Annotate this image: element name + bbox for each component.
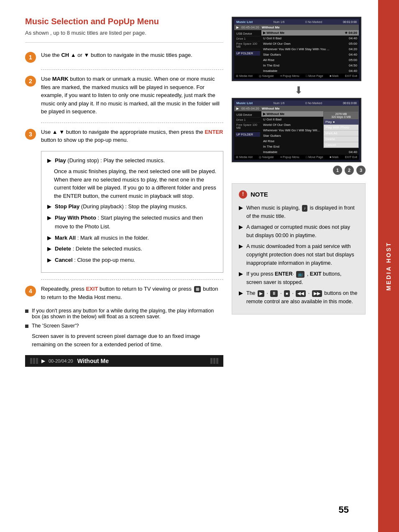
tv-screen-1: Music List Num 1/6 0 No Marked 00:01:0:0…: [232, 17, 361, 81]
arrow-icon-cancel: ▶: [47, 256, 51, 265]
btn-stop-icon: ■: [284, 290, 290, 297]
popup-playphoto-text: Play With Photo : Start playing the sele…: [55, 214, 217, 231]
btn-fwd-icon: ▶▶: [312, 290, 322, 297]
tv2-popup-playphoto: Play With Photo: [324, 125, 358, 130]
tv1-track6-time: 05:00: [349, 58, 357, 62]
tv1-track-5: Star Guitars 04:40: [261, 52, 359, 57]
tv1-track1-mark: ▶ Without Me: [263, 31, 284, 35]
popup-markall-item: ▶ Mark All : Mark all musics in the fold…: [47, 234, 217, 243]
tv1-content-area: USB Device Drive 1 Free Space 100 MB UP …: [234, 30, 359, 74]
tv1-track-2: U Got It Bad 04:40: [261, 36, 359, 41]
player-play-icon: ▶: [41, 358, 45, 364]
tv2-track1-title: ▶ Without Me: [263, 112, 284, 116]
note-text-buttons: The ▶ · ⏸ · ■ · ◀◀ · ▶▶ buttons on the r…: [246, 289, 358, 306]
arrow-icon-note1: ▶: [239, 204, 243, 212]
tv1-now-time: 00:45-04:20: [241, 26, 259, 29]
btn-play-icon: ▶: [258, 290, 264, 297]
tv1-track8-time: 04:40: [349, 69, 357, 73]
step-2: 2 Use MARK button to mark or unmark a mu…: [25, 75, 223, 116]
tv2-popup-title: 2076 MB320 kbps 0 MB: [324, 112, 358, 119]
tv1-track4-title: Wherever You Will Go I Will Stay With Yo…: [263, 47, 330, 51]
tv2-header: Music List Num 1/6 0 No Marked 00:01:0:0…: [234, 100, 359, 106]
player-time: 00-20/04:20: [49, 358, 73, 363]
tv1-footer-1: ⊞ Media Hot: [236, 74, 253, 78]
popup-markall-text: Mark All : Mark all musics in the folder…: [55, 234, 217, 243]
music-playing-icon: ♪: [302, 205, 307, 212]
tv1-track4-time: 04:20: [349, 47, 357, 51]
arrow-icon-note4: ▶: [239, 270, 243, 279]
step-number-4: 4: [25, 286, 36, 297]
btn-pause-icon: ⏸: [270, 290, 278, 297]
popup-menu-box: ▶ Play (During stop) : Play the selected…: [41, 151, 223, 273]
tv1-track7-time: 04:50: [349, 64, 357, 67]
ch-up-label: CH ▲: [61, 52, 76, 58]
note-item-5: ▶ The ▶ · ⏸ · ■ · ◀◀ · ▶▶ buttons on the…: [239, 289, 358, 306]
tv2-freespace: Free Space 100 MB: [235, 123, 260, 130]
tv2-now-playing: ▶ 00:45-04:20 Without Me: [234, 106, 359, 111]
mark-label: MARK: [52, 76, 69, 82]
popup-stop-text: Stop Play (During playback) : Stop the p…: [55, 202, 217, 211]
tv2-device: USB Device: [235, 113, 260, 118]
tv2-now-time: 00:45-04:20: [241, 107, 259, 110]
tv1-header-num: Num 1/6: [274, 20, 284, 23]
step-number-3: 3: [25, 129, 36, 140]
note-icon: !: [239, 190, 247, 199]
arrow-icon-play: ▶: [47, 156, 51, 165]
note-text-1: If you don't press any button for a whil…: [32, 308, 223, 320]
tv2-popup-cancel: Cancel: [324, 142, 358, 148]
tv2-footer-1: ⊞ Media Hot: [236, 156, 253, 159]
tv1-upfolder: UP FOLDER: [235, 51, 260, 56]
arrow-icon-playphoto: ▶: [47, 214, 51, 223]
enter-bold: ENTER: [275, 271, 292, 277]
tv2-track7-title: In The End: [263, 145, 279, 148]
tv1-footer-3: ≡ Popup Menu: [280, 74, 299, 78]
screensaver-description: Screen saver is to prevent screen pixel …: [32, 332, 223, 348]
tv1-now-playing: ▶ 00:45-04:20 Without Me: [234, 25, 359, 30]
tv1-footer-6: EXIT Exit: [345, 74, 357, 78]
circle-3: 3: [356, 166, 366, 175]
tv1-footer-2: ◎ Navigate: [259, 74, 274, 78]
tv1-track-8: Insatiable 04:40: [261, 68, 359, 74]
tv1-tracklist: ▶ Without Me ★ 04:20 U Got It Bad 04:40 …: [261, 30, 359, 74]
tv2-track5-title: Star Guitars: [263, 134, 281, 138]
tv2-track-8: Insatiable 04:40: [261, 149, 359, 155]
tv2-footer-4: □ Move Page: [306, 156, 323, 159]
tv2-now-track: Without Me: [262, 107, 280, 110]
markall-label: Mark All: [55, 235, 76, 241]
tv1-track-7: In The End 04:50: [261, 63, 359, 68]
tv2-content-area: USB Device Drive 1 Free Space 100 MB UP …: [234, 111, 359, 155]
arrow-icon-note5: ▶: [239, 289, 243, 298]
popup-cancel-item: ▶ Cancel : Close the pop-up menu.: [47, 256, 217, 265]
note-title: ! NOTE: [239, 189, 358, 200]
tv1-device: USB Device: [235, 31, 260, 36]
tv2-popup: 2076 MB320 kbps 0 MB Play ● Play With Ph…: [323, 111, 359, 148]
tv1-left-sidebar: USB Device Drive 1 Free Space 100 MB UP …: [234, 30, 261, 74]
ch-down-label: ▼: [84, 52, 89, 58]
exit-label: EXIT: [86, 286, 98, 292]
tv2-track6-title: All Rise: [263, 139, 274, 143]
tv1-footer-5: ■ Mark: [330, 74, 339, 78]
note-text-downloaded: A music downloaded from a paid service w…: [246, 242, 358, 267]
note-screensaver-2: The 'Screen Saver'?: [25, 323, 223, 329]
tv2-upfolder: UP FOLDER: [235, 132, 260, 137]
btn-rew-icon: ◀◀: [296, 290, 306, 297]
step-4-text: Repeatedly, press EXIT button to return …: [41, 285, 223, 301]
player-right-bars: [210, 358, 218, 364]
tv2-drive: Drive 1: [235, 118, 260, 123]
section-title: Music Selection and PopUp Menu: [25, 17, 223, 26]
playphoto-label: Play With Photo: [55, 215, 96, 221]
tv2-footer-2: ◎ Navigate: [259, 156, 274, 159]
tv2-header-marked: 0 No Marked: [305, 102, 322, 105]
tv2-popup-delete: Delete: [324, 136, 358, 142]
arrow-icon-note2: ▶: [239, 223, 243, 232]
tv1-track2-time: 04:40: [349, 36, 357, 40]
tv2-play-icon: ▶: [236, 107, 239, 110]
tv1-track-6: All Rise 05:00: [261, 57, 359, 63]
enter-label: ENTER: [205, 129, 223, 135]
tv1-header-marked: 0 No Marked: [305, 20, 322, 23]
arrow-icon-note3: ▶: [239, 242, 243, 251]
tv1-track3-title: World Of Our Own: [263, 42, 291, 46]
numbered-circles: 1 2 3: [232, 166, 366, 175]
tv2-footer: ⊞ Media Hot ◎ Navigate ≡ Popup Menu □ Mo…: [234, 155, 359, 160]
down-arrow-icon: ⬇: [232, 84, 366, 96]
